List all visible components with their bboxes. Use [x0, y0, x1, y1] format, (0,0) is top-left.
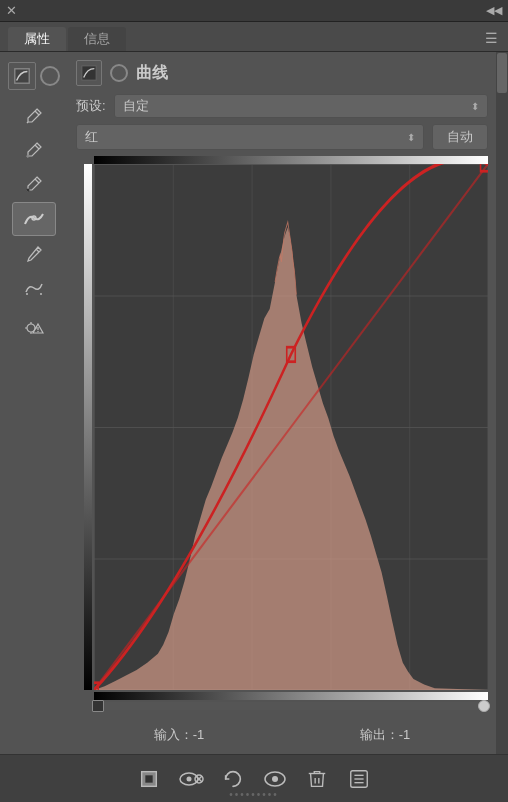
- preset-value: 自定: [123, 97, 149, 115]
- curve-mode-tool[interactable]: [12, 202, 56, 236]
- channel-value: 红: [85, 128, 98, 146]
- svg-point-25: [187, 776, 192, 781]
- curve-grid[interactable]: [94, 164, 488, 690]
- close-icon[interactable]: ✕: [6, 3, 17, 18]
- channel-dropdown[interactable]: 红 ⬍: [76, 124, 424, 150]
- curves-icon: [76, 60, 102, 86]
- warning-tool[interactable]: [14, 310, 54, 342]
- svg-rect-23: [145, 775, 152, 782]
- curves-adj-icon[interactable]: [8, 62, 36, 90]
- svg-point-5: [27, 189, 30, 192]
- svg-point-3: [27, 155, 30, 158]
- slider-right-handle[interactable]: [478, 700, 490, 712]
- tab-info[interactable]: 信息: [68, 27, 126, 51]
- gradient-bar-top: [94, 156, 488, 164]
- circle-icon[interactable]: [40, 66, 60, 86]
- panel-title: 曲线: [136, 63, 168, 84]
- eyedropper-white-tool[interactable]: [14, 100, 54, 132]
- trash-icon[interactable]: [300, 762, 334, 796]
- tab-menu-icon[interactable]: ☰: [485, 30, 498, 46]
- grip-icon: •••••••••: [229, 789, 279, 800]
- svg-line-4: [35, 179, 39, 183]
- channel-row: 红 ⬍ 自动: [76, 124, 488, 150]
- title-bar: ✕ ◀◀: [0, 0, 508, 22]
- preset-arrow-icon: ⬍: [471, 101, 479, 112]
- bottom-toolbar: •••••••••: [0, 754, 508, 802]
- expand-icon[interactable]: ◀◀: [486, 4, 502, 17]
- svg-point-14: [37, 331, 38, 332]
- slider-left-handle[interactable]: [92, 700, 104, 712]
- svg-point-30: [272, 776, 278, 782]
- svg-line-7: [36, 249, 39, 252]
- svg-line-2: [35, 145, 39, 149]
- slider-track: [94, 702, 488, 710]
- input-value: 输入：-1: [154, 726, 205, 744]
- panel-header-icons: [4, 62, 64, 90]
- gradient-bar-bottom: [94, 692, 488, 700]
- curve-svg: [94, 164, 488, 690]
- preset-label: 预设:: [76, 97, 106, 115]
- eye-with-mask-icon[interactable]: [174, 762, 208, 796]
- eyedropper-gray-tool[interactable]: [14, 134, 54, 166]
- preset-row: 预设: 自定 ⬍: [76, 94, 488, 118]
- left-toolbar: [0, 52, 68, 754]
- panel-menu-icon[interactable]: [342, 762, 376, 796]
- tab-bar: 属性 信息 ☰: [0, 22, 508, 52]
- svg-line-1: [35, 111, 39, 115]
- main-window: ✕ ◀◀ 属性 信息 ☰: [0, 0, 508, 802]
- mask-icon[interactable]: [132, 762, 166, 796]
- io-row: 输入：-1 输出：-1: [76, 724, 488, 746]
- content-area: 曲线 预设: 自定 ⬍ 红 ⬍ 自动: [68, 52, 496, 754]
- circle-small-icon: [110, 64, 128, 82]
- pencil-tool[interactable]: [14, 238, 54, 270]
- output-value: 输出：-1: [360, 726, 411, 744]
- eyedropper-black-tool[interactable]: [14, 168, 54, 200]
- scrollbar[interactable]: [496, 52, 508, 754]
- tab-properties[interactable]: 属性: [8, 27, 66, 51]
- auto-button[interactable]: 自动: [432, 124, 488, 150]
- scrollbar-thumb[interactable]: [497, 53, 507, 93]
- gradient-bar-left: [84, 164, 92, 690]
- smooth-tool[interactable]: [14, 272, 54, 304]
- preset-dropdown[interactable]: 自定 ⬍: [114, 94, 488, 118]
- curve-area[interactable]: [76, 156, 488, 718]
- panel-title-row: 曲线: [76, 60, 488, 86]
- channel-arrow-icon: ⬍: [407, 132, 415, 143]
